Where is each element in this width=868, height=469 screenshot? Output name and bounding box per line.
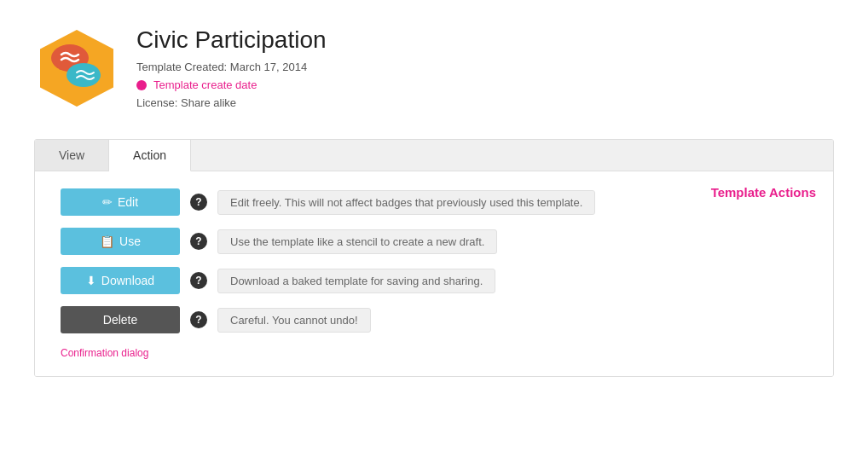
use-button[interactable]: 📋 Use	[61, 228, 180, 255]
license-info: License: Share alike	[136, 95, 327, 113]
page-title: Civic Participation	[136, 26, 327, 54]
delete-action-row: Delete ? Careful. You cannot undo!	[61, 306, 807, 333]
date-dot-icon	[136, 80, 147, 90]
download-action-row: ⬇ Download ? Download a baked template f…	[61, 267, 807, 294]
download-help-icon[interactable]: ?	[190, 272, 207, 289]
delete-description: Careful. You cannot undo!	[217, 308, 371, 333]
tabs: View Action	[35, 140, 833, 171]
edit-button-label: Edit	[118, 195, 138, 209]
main-card: View Action Template Actions ✏ Edit ? Ed…	[34, 139, 834, 377]
template-date-row: Template create date	[136, 77, 327, 95]
header: Civic Participation Template Created: Ma…	[34, 26, 834, 113]
delete-row-wrapper: Delete ? Careful. You cannot undo! Confi…	[61, 306, 807, 359]
svg-point-3	[67, 63, 101, 87]
tab-action[interactable]: Action	[109, 140, 191, 171]
page-wrapper: Civic Participation Template Created: Ma…	[0, 0, 868, 402]
confirmation-dialog-link[interactable]: Confirmation dialog	[61, 347, 807, 359]
logo	[34, 26, 119, 113]
edit-description: Edit freely. This will not affect badges…	[217, 190, 595, 215]
use-icon: 📋	[100, 234, 114, 248]
delete-help-icon[interactable]: ?	[190, 311, 207, 328]
template-actions-heading: Template Actions	[711, 185, 816, 200]
edit-button[interactable]: ✏ Edit	[61, 188, 180, 216]
tab-view[interactable]: View	[35, 140, 109, 171]
download-button[interactable]: ⬇ Download	[61, 267, 180, 294]
use-button-label: Use	[119, 234, 141, 248]
delete-button-label: Delete	[103, 313, 137, 327]
use-action-row: 📋 Use ? Use the template like a stencil …	[61, 228, 807, 255]
download-icon: ⬇	[86, 274, 96, 287]
tab-spacer	[191, 140, 833, 171]
use-description: Use the template like a stencil to creat…	[217, 229, 497, 254]
header-meta: Template Created: March 17, 2014 Templat…	[136, 59, 327, 112]
header-info: Civic Participation Template Created: Ma…	[136, 26, 327, 112]
template-created: Template Created: March 17, 2014	[136, 59, 327, 77]
edit-action-row: ✏ Edit ? Edit freely. This will not affe…	[61, 188, 807, 216]
download-description: Download a baked template for saving and…	[217, 269, 495, 293]
template-date-label: Template create date	[153, 77, 257, 95]
card-body: Template Actions ✏ Edit ? Edit freely. T…	[35, 171, 833, 376]
delete-button[interactable]: Delete	[61, 306, 180, 333]
edit-icon: ✏	[102, 195, 113, 209]
edit-help-icon[interactable]: ?	[190, 194, 207, 211]
download-button-label: Download	[101, 274, 154, 287]
use-help-icon[interactable]: ?	[190, 233, 207, 250]
